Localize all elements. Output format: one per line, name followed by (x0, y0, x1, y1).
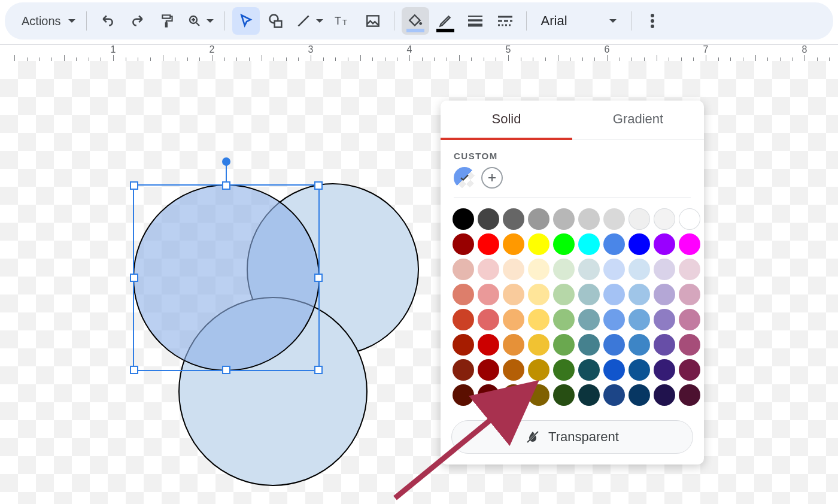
textbox-tool[interactable]: TT (329, 7, 357, 35)
undo-button[interactable] (94, 7, 122, 35)
font-selector[interactable]: Arial (534, 7, 624, 35)
resize-handle-n[interactable] (222, 181, 230, 190)
color-swatch[interactable] (528, 384, 549, 406)
color-swatch[interactable] (453, 284, 474, 305)
border-dash-button[interactable] (491, 7, 519, 35)
color-swatch[interactable] (603, 284, 625, 305)
color-swatch[interactable] (478, 259, 499, 280)
select-tool[interactable] (232, 7, 260, 35)
custom-color-current[interactable] (454, 167, 475, 189)
color-swatch[interactable] (679, 259, 700, 280)
image-tool[interactable] (359, 7, 387, 35)
color-swatch[interactable] (528, 208, 549, 230)
shape-tool[interactable] (262, 7, 290, 35)
color-swatch[interactable] (578, 384, 600, 406)
color-swatch[interactable] (628, 208, 650, 230)
color-swatch[interactable] (679, 233, 700, 255)
color-swatch[interactable] (603, 208, 625, 230)
color-swatch[interactable] (628, 284, 650, 305)
color-swatch[interactable] (553, 334, 575, 356)
color-swatch[interactable] (453, 259, 474, 280)
color-swatch[interactable] (553, 284, 575, 305)
color-swatch[interactable] (679, 359, 700, 381)
color-swatch[interactable] (628, 309, 650, 330)
color-swatch[interactable] (453, 233, 474, 255)
color-swatch[interactable] (603, 309, 625, 330)
color-swatch[interactable] (578, 284, 600, 305)
resize-handle-ne[interactable] (314, 181, 323, 190)
color-swatch[interactable] (453, 309, 474, 330)
drawing-canvas[interactable]: Solid Gradient CUSTOM Transparent (0, 61, 838, 504)
color-swatch[interactable] (553, 259, 575, 280)
color-swatch[interactable] (578, 233, 600, 255)
color-swatch[interactable] (528, 309, 549, 330)
color-swatch[interactable] (654, 233, 675, 255)
color-swatch[interactable] (478, 208, 499, 230)
color-swatch[interactable] (603, 384, 625, 406)
color-swatch[interactable] (628, 334, 650, 356)
color-swatch[interactable] (478, 359, 499, 381)
color-swatch[interactable] (603, 359, 625, 381)
color-swatch[interactable] (528, 359, 549, 381)
color-swatch[interactable] (654, 284, 675, 305)
border-weight-button[interactable] (461, 7, 489, 35)
color-swatch[interactable] (654, 309, 675, 330)
line-tool[interactable] (292, 7, 327, 35)
color-swatch[interactable] (453, 359, 474, 381)
color-swatch[interactable] (453, 208, 474, 230)
color-swatch[interactable] (578, 309, 600, 330)
resize-handle-s[interactable] (222, 366, 230, 374)
border-color-button[interactable] (432, 7, 459, 35)
color-swatch[interactable] (603, 334, 625, 356)
resize-handle-sw[interactable] (130, 366, 138, 374)
color-swatch[interactable] (603, 233, 625, 255)
color-swatch[interactable] (478, 309, 499, 330)
transparent-button[interactable]: Transparent (451, 420, 693, 454)
color-swatch[interactable] (553, 359, 575, 381)
color-swatch[interactable] (478, 284, 499, 305)
color-swatch[interactable] (503, 259, 524, 280)
color-swatch[interactable] (528, 233, 549, 255)
color-swatch[interactable] (528, 259, 549, 280)
color-swatch[interactable] (553, 208, 575, 230)
color-swatch[interactable] (553, 309, 575, 330)
resize-handle-w[interactable] (130, 274, 138, 282)
tab-solid[interactable]: Solid (441, 101, 572, 140)
color-swatch[interactable] (503, 284, 524, 305)
color-swatch[interactable] (654, 334, 675, 356)
color-swatch[interactable] (503, 208, 524, 230)
color-swatch[interactable] (679, 334, 700, 356)
resize-handle-e[interactable] (314, 274, 323, 282)
add-custom-color-button[interactable] (481, 167, 503, 189)
zoom-button[interactable] (184, 7, 217, 35)
color-swatch[interactable] (528, 334, 549, 356)
color-swatch[interactable] (654, 259, 675, 280)
color-swatch[interactable] (628, 233, 650, 255)
tab-gradient[interactable]: Gradient (572, 101, 704, 139)
color-swatch[interactable] (528, 284, 549, 305)
resize-handle-se[interactable] (314, 366, 323, 374)
color-swatch[interactable] (679, 384, 700, 406)
resize-handle-nw[interactable] (130, 181, 138, 190)
color-swatch[interactable] (503, 309, 524, 330)
color-swatch[interactable] (553, 384, 575, 406)
color-swatch[interactable] (578, 259, 600, 280)
color-swatch[interactable] (654, 384, 675, 406)
actions-menu[interactable]: Actions (13, 7, 79, 35)
color-swatch[interactable] (453, 334, 474, 356)
color-swatch[interactable] (654, 208, 675, 230)
color-swatch[interactable] (628, 384, 650, 406)
color-swatch[interactable] (478, 233, 499, 255)
color-swatch[interactable] (503, 334, 524, 356)
more-options-button[interactable] (639, 7, 666, 35)
color-swatch[interactable] (628, 359, 650, 381)
paint-format-button[interactable] (154, 7, 181, 35)
color-swatch[interactable] (679, 309, 700, 330)
color-swatch[interactable] (578, 334, 600, 356)
color-swatch[interactable] (553, 233, 575, 255)
color-swatch[interactable] (503, 359, 524, 381)
color-swatch[interactable] (679, 208, 700, 230)
color-swatch[interactable] (478, 334, 499, 356)
color-swatch[interactable] (578, 359, 600, 381)
fill-color-button[interactable] (402, 7, 429, 35)
